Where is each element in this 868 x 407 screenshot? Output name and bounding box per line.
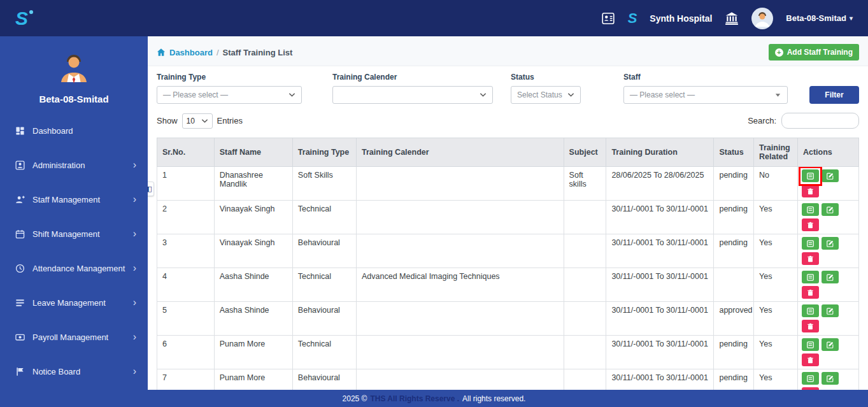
cell-subject (564, 302, 606, 336)
edit-training-button[interactable] (822, 338, 839, 351)
chevron-down-icon (201, 118, 208, 124)
card-icon (807, 375, 814, 382)
show-entries: Show 10 Entries (157, 113, 243, 129)
cell-sr: 5 (157, 302, 215, 336)
edit-training-button[interactable] (822, 169, 839, 182)
edit-icon (827, 341, 834, 348)
cell-status: pending (714, 167, 754, 201)
profile-avatar (0, 45, 148, 89)
edit-training-button[interactable] (822, 237, 839, 250)
chevron-right-icon: › (133, 228, 136, 239)
sidebar: Beta-08-Smitad DashboardAdministration›S… (0, 36, 148, 390)
sidebar-toggle-button[interactable]: ◧ (148, 182, 154, 196)
cell-status: pending (714, 336, 754, 369)
cell-training-duration: 30/11/-0001 To 30/11/-0001 (606, 201, 714, 234)
column-header: Actions (797, 138, 858, 167)
view-training-button[interactable] (802, 304, 819, 317)
view-training-button[interactable] (802, 169, 819, 182)
sidebar-item-administration[interactable]: Administration› (0, 148, 148, 182)
chevron-right-icon: › (133, 159, 136, 171)
view-training-button[interactable] (802, 203, 819, 216)
delete-training-button[interactable] (802, 252, 819, 265)
view-training-button[interactable] (802, 237, 819, 250)
search-input[interactable] (781, 113, 859, 129)
list-controls: Show 10 Entries Search: (157, 113, 859, 129)
chevron-right-icon: › (133, 331, 136, 343)
column-header: Status (714, 138, 754, 167)
card-icon (807, 308, 814, 315)
table-row: 3Vinaayak SinghBehavioural30/11/-0001 To… (157, 234, 859, 268)
cell-staff-name: Aasha Shinde (214, 302, 292, 336)
breadcrumb: Dashboard / Staff Training List (157, 48, 292, 57)
staff-select[interactable]: — Please select — (623, 86, 788, 104)
sidebar-item-label: Leave Management (32, 298, 125, 308)
footer-link[interactable]: THS All Rights Reserve . (370, 394, 459, 403)
cell-status: approved (714, 302, 754, 336)
card-icon (807, 240, 814, 247)
chevron-right-icon: › (133, 262, 136, 274)
sidebar-item-attendance-management[interactable]: Attendance Management› (0, 251, 148, 285)
view-training-button[interactable] (802, 372, 819, 385)
view-training-button[interactable] (802, 271, 819, 283)
column-header: Training Calender (357, 138, 564, 167)
user-avatar[interactable] (751, 8, 773, 29)
sidebar-item-shift-management[interactable]: Shift Management› (0, 217, 148, 251)
cell-actions (797, 234, 858, 268)
entries-select[interactable]: 10 (182, 113, 213, 129)
search-area: Search: (748, 113, 859, 129)
plus-icon: + (775, 48, 783, 57)
staff-label: Staff (623, 73, 788, 82)
cell-training-duration: 28/06/2025 To 28/06/2025 (606, 167, 714, 201)
institution-icon[interactable] (725, 11, 739, 25)
breadcrumb-dashboard-link[interactable]: Dashboard (169, 48, 213, 57)
brand-logo[interactable]: S (15, 8, 28, 29)
id-card-icon[interactable] (601, 11, 615, 25)
status-select[interactable]: Select Status (511, 86, 581, 104)
training-calender-select[interactable] (332, 86, 493, 104)
cell-subject (564, 268, 606, 302)
sidebar-item-payroll-management[interactable]: Payroll Management› (0, 320, 148, 354)
cell-sr: 4 (157, 268, 215, 302)
user-menu[interactable]: Beta-08-Smitad ▾ (786, 13, 853, 23)
training-type-select[interactable]: — Please select — (157, 86, 302, 104)
table-row: 1Dhanashree MandlikSoft SkillsSoft skill… (157, 167, 859, 201)
training-type-label: Training Type (157, 73, 302, 82)
sidebar-item-leave-management[interactable]: Leave Management› (0, 285, 148, 320)
edit-training-button[interactable] (822, 372, 839, 385)
add-button-label: Add Staff Training (787, 48, 853, 57)
staff-filter: Staff — Please select — (623, 73, 788, 104)
cell-training-type: Behavioural (292, 302, 356, 336)
edit-training-button[interactable] (822, 304, 839, 317)
chevron-right-icon: › (133, 194, 136, 205)
sidebar-item-staff-management[interactable]: Staff Management› (0, 182, 148, 217)
sidebar-item-dashboard[interactable]: Dashboard (0, 113, 148, 148)
delete-training-button[interactable] (802, 218, 819, 231)
table-row: 7Punam MoreBehavioural30/11/-0001 To 30/… (157, 369, 859, 390)
delete-training-button[interactable] (802, 353, 819, 366)
status-filter: Status Select Status (511, 73, 581, 104)
delete-training-button[interactable] (802, 320, 819, 332)
cell-training-related: Yes (754, 268, 798, 302)
cell-training-type: Soft Skills (292, 167, 356, 201)
trash-icon (807, 188, 814, 195)
cell-staff-name: Aasha Shinde (214, 268, 292, 302)
edit-training-button[interactable] (822, 271, 839, 283)
collapse-icon: ◧ (148, 185, 152, 193)
cell-training-related: Yes (754, 336, 798, 369)
add-staff-training-button[interactable]: + Add Staff Training (769, 44, 859, 61)
delete-training-button[interactable] (802, 387, 819, 390)
delete-training-button[interactable] (802, 185, 819, 197)
edit-training-button[interactable] (822, 203, 839, 216)
cell-actions (797, 369, 858, 390)
cell-sr: 3 (157, 234, 215, 268)
home-icon (157, 48, 166, 57)
delete-training-button[interactable] (802, 286, 819, 299)
sidebar-item-notice-board[interactable]: Notice Board› (0, 354, 148, 389)
payroll-icon (15, 332, 25, 342)
filters-bar: Training Type — Please select — Training… (148, 66, 868, 104)
cell-subject (564, 234, 606, 268)
filter-button[interactable]: Filter (809, 86, 859, 104)
view-training-button[interactable] (802, 338, 819, 351)
hospital-name: Synth Hospital (650, 13, 712, 24)
cell-training-calender (357, 336, 564, 369)
